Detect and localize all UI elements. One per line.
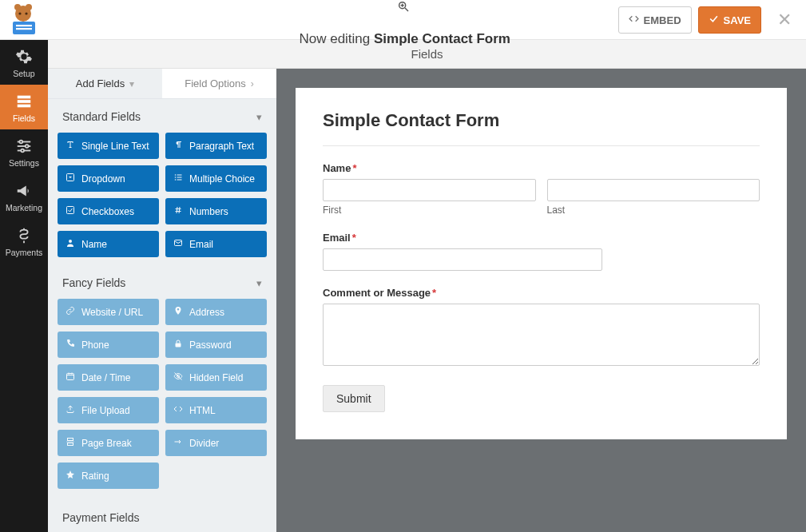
chevron-down-icon: ▾ — [256, 277, 262, 289]
fields-panel: Add Fields ▾ Field Options › Standard Fi… — [48, 69, 276, 532]
svg-rect-28 — [67, 207, 74, 214]
save-label: SAVE — [724, 14, 751, 26]
svg-point-33 — [69, 240, 72, 243]
svg-rect-35 — [176, 343, 181, 347]
rail-label: Settings — [9, 158, 39, 168]
form-canvas: Simple Contact Form Name* First Last Ema… — [276, 69, 806, 532]
rail-item-setup[interactable]: Setup — [0, 40, 48, 85]
svg-point-4 — [25, 12, 27, 14]
svg-point-26 — [175, 179, 177, 181]
list-icon — [173, 173, 183, 185]
field-type-label: Single Line Text — [81, 141, 149, 152]
rail-item-marketing[interactable]: Marketing — [0, 174, 48, 219]
field-type-button[interactable]: Address — [165, 299, 267, 325]
tab-field-options[interactable]: Field Options › — [162, 69, 276, 98]
field-type-label: Address — [189, 307, 224, 318]
field-type-button[interactable]: Divider — [165, 430, 267, 456]
app-logo — [6, 4, 40, 36]
field-type-button[interactable]: Page Break — [58, 430, 159, 456]
chevron-down-icon: ▾ — [256, 111, 262, 123]
svg-rect-6 — [16, 25, 32, 26]
field-type-button[interactable]: Single Line Text — [58, 133, 159, 159]
field-type-label: File Upload — [81, 405, 130, 416]
check-icon — [709, 14, 719, 26]
field-type-label: Website / URL — [81, 307, 143, 318]
field-type-button[interactable]: File Upload — [58, 397, 159, 423]
comment-textarea[interactable] — [323, 304, 760, 366]
rail-label: Marketing — [6, 203, 42, 212]
svg-rect-14 — [18, 105, 31, 108]
field-email[interactable]: Email* — [323, 232, 760, 271]
svg-point-19 — [26, 145, 29, 148]
svg-rect-12 — [18, 96, 31, 99]
field-type-label: Name — [81, 239, 107, 250]
group-payment-fields[interactable]: Payment Fields — [48, 497, 276, 527]
rail-item-fields[interactable]: Fields — [0, 85, 48, 129]
svg-point-18 — [20, 141, 23, 144]
form-title: Simple Contact Form — [323, 110, 760, 146]
page-break-icon — [66, 437, 75, 449]
field-type-button[interactable]: Date / Time — [58, 364, 159, 391]
check-square-icon — [66, 205, 75, 217]
field-type-label: Multiple Choice — [189, 173, 255, 185]
svg-rect-7 — [16, 28, 32, 30]
svg-line-31 — [177, 207, 177, 213]
svg-point-3 — [18, 12, 21, 14]
calendar-icon — [66, 371, 75, 383]
field-type-button[interactable]: Multiple Choice — [165, 165, 267, 192]
field-type-label: Date / Time — [81, 372, 130, 383]
field-type-label: Divider — [189, 438, 219, 449]
field-type-button[interactable]: Password — [165, 332, 267, 358]
name-label: Name* — [323, 162, 760, 174]
tab-add-fields[interactable]: Add Fields ▾ — [48, 69, 162, 98]
field-type-button[interactable]: Name — [58, 231, 159, 257]
field-type-button[interactable]: Hidden Field — [165, 364, 267, 391]
submit-button[interactable]: Submit — [323, 385, 385, 412]
field-type-button[interactable]: Paragraph Text — [165, 133, 267, 159]
rail-item-settings[interactable]: Settings — [0, 129, 48, 174]
first-name-input[interactable] — [323, 179, 536, 201]
tab-label: Add Fields — [76, 77, 125, 89]
submit-label: Submit — [336, 392, 371, 405]
close-icon[interactable]: ✕ — [772, 6, 796, 34]
save-button[interactable]: SAVE — [698, 6, 761, 34]
field-type-button[interactable]: HTML — [165, 397, 267, 423]
group-title: Fancy Fields — [62, 276, 125, 289]
last-name-input[interactable] — [547, 179, 760, 201]
field-type-button[interactable]: Rating — [58, 463, 159, 489]
svg-point-22 — [175, 174, 177, 176]
first-sublabel: First — [323, 204, 536, 216]
svg-rect-42 — [68, 439, 73, 441]
field-type-button[interactable]: Checkboxes — [58, 198, 159, 224]
field-comment[interactable]: Comment or Message* — [323, 287, 760, 369]
chevron-down-icon: ▾ — [129, 78, 134, 89]
group-standard-fields[interactable]: Standard Fields ▾ — [48, 99, 276, 133]
svg-rect-23 — [177, 175, 182, 176]
app-header: Now editing Simple Contact Form EMBED SA… — [0, 0, 806, 40]
rail-label: Fields — [13, 113, 35, 123]
svg-line-9 — [405, 8, 408, 11]
field-type-button[interactable]: Numbers — [165, 198, 267, 224]
rail-item-payments[interactable]: Payments — [0, 219, 48, 264]
last-sublabel: Last — [547, 204, 760, 216]
link-icon — [66, 306, 75, 318]
field-type-button[interactable]: Website / URL — [58, 299, 159, 325]
field-type-label: Page Break — [81, 438, 132, 449]
field-type-button[interactable]: Phone — [58, 332, 159, 358]
field-type-button[interactable]: Email — [165, 231, 267, 257]
field-name[interactable]: Name* First Last — [323, 162, 760, 216]
embed-label: EMBED — [644, 14, 681, 26]
rail-label: Payments — [6, 248, 43, 257]
field-type-button[interactable]: Dropdown — [58, 165, 159, 192]
embed-button[interactable]: EMBED — [618, 6, 692, 34]
group-fancy-fields[interactable]: Fancy Fields ▾ — [48, 265, 276, 299]
svg-rect-27 — [177, 180, 182, 181]
svg-line-32 — [179, 207, 180, 213]
svg-rect-36 — [67, 374, 74, 380]
left-rail: Setup Fields Settings Marketing Payments — [0, 0, 48, 532]
section-bar: Fields — [48, 40, 806, 69]
code-icon — [629, 14, 639, 26]
field-type-label: Paragraph Text — [189, 141, 254, 152]
email-input[interactable] — [323, 248, 602, 271]
comment-label: Comment or Message* — [323, 287, 760, 299]
